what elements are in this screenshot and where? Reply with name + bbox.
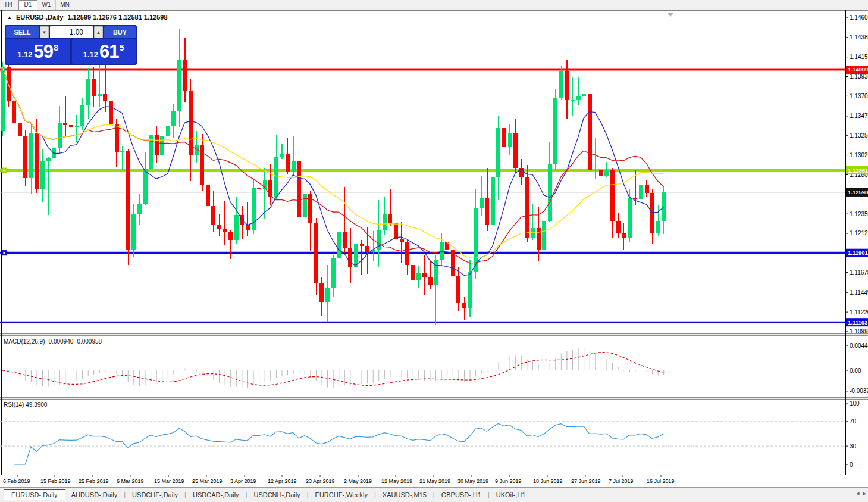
tab-separator: | [124, 491, 126, 498]
chart-tab-ukoil-h1[interactable]: UKOil-,H1 [490, 490, 532, 500]
sell-price-display[interactable]: 1.12 59 8 [6, 39, 70, 64]
date-tick-label: 7 Jul 2019 [609, 478, 634, 484]
rsi-tick-label: 0 [850, 462, 853, 468]
rsi-tick-label: 100 [850, 400, 860, 407]
chart-tab-xauusd-m15[interactable]: XAUUSD-,M15 [377, 490, 433, 500]
chart-tab-audusd-daily[interactable]: AUDUSD-,Daily [65, 490, 124, 500]
price-tick-label: 1.12125 [850, 230, 868, 236]
buy-price-point: 5 [119, 42, 124, 52]
date-tick-label: 15 Mar 2019 [154, 478, 184, 484]
date-tick-label: 21 May 2019 [419, 478, 450, 484]
price-tick-label: 1.14605 [850, 14, 868, 21]
buy-button[interactable]: BUY [104, 26, 136, 38]
price-badge-label: 1.11103 [848, 319, 867, 326]
chart-symbol-title: EURUSD-,Daily [16, 14, 63, 21]
one-click-trading-panel: SELL ▼ 1.00 ▲ BUY 1.12 59 8 1.12 61 5 [5, 25, 137, 65]
price-tick-label: 1.14380 [850, 34, 868, 40]
tab-separator: | [374, 491, 376, 498]
rsi-tick-label: 70 [850, 418, 857, 425]
timeframe-button-w1[interactable]: W1 [37, 0, 56, 10]
date-tick-label: 18 Jun 2019 [533, 478, 563, 484]
chart-tab-bar: EURUSD-,DailyAUDUSD-,Daily|USDCHF-,Daily… [0, 487, 868, 502]
price-badge-label: 1.11901 [848, 250, 868, 256]
price-tick-label: 1.11220 [850, 309, 868, 316]
price-badge-label: 1.12598 [848, 189, 868, 195]
timeframe-button-h4[interactable]: H4 [0, 0, 18, 10]
price-tick-label: 1.11675 [850, 269, 868, 276]
chart-canvas[interactable]: 1.146051.143801.141551.139301.137051.134… [0, 10, 868, 487]
date-tick-label: 27 Jun 2019 [571, 478, 601, 484]
chart-tab-usdcad-daily[interactable]: USDCAD-,Daily [187, 490, 245, 500]
date-tick-label: 12 Apr 2019 [268, 478, 297, 484]
mt4-window: H4D1W1MN 1.146051.143801.141551.139301.1… [0, 0, 868, 502]
date-tick-label: 23 Apr 2019 [306, 478, 335, 484]
price-badge-label: 1.12851 [848, 167, 868, 174]
macd-tick-label: -0.003715 [850, 388, 868, 394]
price-badge-label: 1.14009 [848, 66, 868, 73]
chart-tab-usdcnh-daily[interactable]: USDCNH-,Daily [247, 490, 306, 500]
price-tick-label: 1.14155 [850, 54, 868, 60]
sell-price-prefix: 1.12 [17, 50, 32, 59]
chart-tab-eurusd-daily[interactable]: EURUSD-,Daily [4, 489, 65, 500]
chart-tab-usdchf-daily[interactable]: USDCHF-,Daily [126, 490, 184, 500]
tab-separator: | [246, 491, 247, 498]
date-tick-label: 9 Jun 2019 [495, 478, 522, 484]
volume-decrement-button[interactable]: ▼ [40, 26, 49, 38]
price-tick-label: 1.12350 [850, 211, 868, 217]
sell-price-pips: 59 [33, 41, 52, 63]
date-tick-label: 16 Jul 2019 [647, 478, 675, 484]
tab-scroll-right-icon[interactable]: ▸ [863, 489, 866, 497]
volume-increment-button[interactable]: ▲ [94, 26, 103, 38]
collapse-panel-icon[interactable]: ▲ [7, 15, 12, 20]
buy-price-prefix: 1.12 [83, 50, 98, 59]
tab-separator: | [307, 491, 309, 498]
macd-tick-label: 0.004465 [850, 342, 868, 349]
buy-price-pips: 61 [99, 41, 118, 63]
date-tick-label: 6 Feb 2019 [3, 478, 30, 484]
volume-input[interactable]: 1.00 [50, 26, 93, 38]
chart-tab-gbpusd-h1[interactable]: GBPUSD-,H1 [435, 490, 487, 500]
date-tick-label: 6 Mar 2019 [117, 478, 144, 484]
timeframe-button-mn[interactable]: MN [56, 0, 74, 10]
price-tick-label: 1.13250 [850, 132, 868, 139]
date-tick-label: 30 May 2019 [457, 478, 488, 484]
chart-title-bar: ▲ EURUSD-,Daily 1.12599 1.12676 1.12581 … [7, 14, 168, 21]
buy-price-display[interactable]: 1.12 61 5 [72, 39, 136, 64]
date-tick-label: 25 Feb 2019 [79, 478, 109, 484]
timeframe-toolbar: H4D1W1MN [0, 0, 868, 11]
timeframe-button-d1[interactable]: D1 [18, 0, 37, 10]
chart-ohlc-readout: 1.12599 1.12676 1.12581 1.12598 [67, 14, 167, 21]
tab-separator: | [184, 491, 186, 498]
sell-price-point: 8 [54, 42, 58, 52]
price-tick-label: 1.11445 [850, 289, 868, 296]
rsi-tick-label: 30 [850, 443, 857, 450]
date-tick-label: 12 May 2019 [381, 478, 412, 484]
price-tick-label: 1.13475 [850, 113, 868, 119]
tab-separator: | [433, 491, 435, 498]
date-tick-label: 3 Apr 2019 [230, 478, 256, 484]
macd-tick-label: 0.00 [850, 367, 861, 374]
price-tick-label: 1.13025 [850, 152, 868, 158]
date-tick-label: 2 May 2019 [344, 478, 372, 484]
sell-button[interactable]: SELL [6, 26, 39, 38]
date-tick-label: 25 Mar 2019 [192, 478, 223, 484]
price-tick-label: 1.13930 [850, 73, 868, 80]
price-tick-label: 1.13705 [850, 93, 868, 99]
price-tick-label: 1.10995 [850, 328, 868, 335]
rsi-indicator-label: RSI(14) 49.3900 [4, 401, 47, 408]
tab-scroll-left-icon[interactable]: ◂ [856, 489, 860, 497]
chart-tab-eurchf-weekly[interactable]: EURCHF-,Weekly [309, 490, 374, 500]
tab-separator: | [488, 491, 490, 498]
tab-scroll-controls: ◂ ▸ [856, 489, 866, 497]
macd-indicator-label: MACD(12,26,9) -0.000940 -0.000958 [4, 338, 102, 345]
date-tick-label: 15 Feb 2019 [40, 478, 71, 484]
